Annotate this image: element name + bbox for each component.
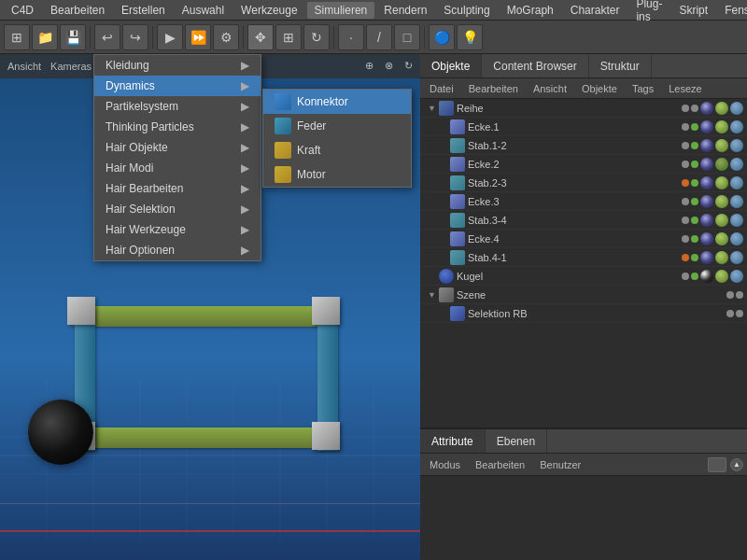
tool-render[interactable]: ▶ [157, 24, 183, 50]
sec-leseze[interactable]: Leseze [663, 81, 707, 96]
tool-polygons[interactable]: □ [394, 24, 420, 50]
menu-hair-selektion[interactable]: Hair Selektion ▶ [94, 199, 261, 219]
menu-c4d[interactable]: C4D [4, 2, 41, 19]
obj-stab41[interactable]: Stab.4-1 [420, 248, 747, 267]
menu-hair-modi[interactable]: Hair Modi ▶ [94, 158, 261, 178]
dot2[interactable] [691, 105, 698, 112]
obj-reihe[interactable]: ▼ Reihe [420, 99, 747, 118]
sec-datei[interactable]: Datei [424, 81, 459, 96]
tool-redo[interactable]: ↪ [122, 24, 148, 50]
obj-szene[interactable]: ▼ Szene [420, 286, 747, 304]
attr-benutzer[interactable]: Benutzer [534, 457, 586, 472]
dot-orange[interactable] [682, 254, 689, 261]
dot-orange[interactable] [682, 179, 689, 187]
viewport[interactable]: Ansicht Kameras Anzeige Optionen Filter … [0, 54, 420, 560]
sec-objekte[interactable]: Objekte [576, 81, 623, 96]
vp-icon-zoom[interactable]: ⊗ [381, 58, 397, 74]
sub-feder[interactable]: Feder [263, 114, 411, 138]
menu-plugins[interactable]: Plug-ins [628, 0, 669, 25]
obj-stab23[interactable]: Stab.2-3 [420, 174, 747, 192]
obj-stab12[interactable]: Stab.1-2 [420, 136, 747, 155]
menu-kleidung[interactable]: Kleidung ▶ [94, 55, 261, 76]
dot1[interactable] [682, 161, 689, 168]
dot1[interactable] [682, 105, 689, 112]
attr-tab-attribute[interactable]: Attribute [420, 429, 486, 453]
tool-render-all[interactable]: ⏩ [185, 24, 211, 50]
vp-icon-rotate[interactable]: ↻ [401, 58, 416, 74]
dot-green[interactable] [691, 217, 698, 224]
menu-hair-bearbeiten[interactable]: Hair Bearbeiten ▶ [94, 178, 261, 199]
menu-hair-werkzeuge[interactable]: Hair Werkzeuge ▶ [94, 219, 261, 240]
sec-tags[interactable]: Tags [627, 81, 659, 96]
dot1[interactable] [682, 273, 689, 280]
tab-content-browser[interactable]: Content Browser [482, 54, 588, 77]
dot-green[interactable] [691, 161, 698, 168]
menu-skript[interactable]: Skript [671, 2, 715, 19]
attr-modus[interactable]: Modus [424, 457, 466, 472]
obj-ecke4[interactable]: Ecke.4 [420, 230, 747, 248]
dot1[interactable] [682, 142, 689, 149]
obj-selektion-rb[interactable]: Selektion RB [420, 304, 747, 323]
dot2[interactable] [736, 291, 743, 299]
dot-green[interactable] [691, 142, 698, 149]
sub-konnektor[interactable]: Konnektor [263, 90, 411, 114]
tool-undo[interactable]: ↩ [94, 24, 120, 50]
menu-erstellen[interactable]: Erstellen [114, 2, 173, 19]
dot1[interactable] [726, 291, 734, 299]
menu-rendern[interactable]: Rendern [376, 2, 434, 19]
dot1[interactable] [682, 198, 689, 205]
menu-partikelsystem[interactable]: Partikelsystem ▶ [94, 96, 261, 117]
menu-thinking-particles[interactable]: Thinking Particles ▶ [94, 117, 261, 137]
tool-light[interactable]: 💡 [457, 24, 483, 50]
obj-ecke2[interactable]: Ecke.2 [420, 155, 747, 174]
menu-bearbeiten[interactable]: Bearbeiten [43, 2, 112, 19]
menu-hair-optionen[interactable]: Hair Optionen ▶ [94, 240, 261, 260]
expand-reihe[interactable]: ▼ [428, 104, 439, 113]
menu-sculpting[interactable]: Sculpting [436, 2, 497, 19]
tab-objekte[interactable]: Objekte [420, 54, 482, 77]
tool-save[interactable]: 💾 [60, 24, 86, 50]
tool-scale[interactable]: ⊞ [275, 24, 302, 50]
tool-render-settings[interactable]: ⚙ [213, 24, 239, 50]
attr-btn-up[interactable]: ▲ [730, 458, 743, 471]
menu-simulieren[interactable]: Simulieren [307, 2, 375, 19]
menu-mograph[interactable]: MoGraph [500, 2, 561, 19]
sub-kraft[interactable]: Kraft [263, 138, 411, 162]
vp-icon-move[interactable]: ⊕ [361, 58, 377, 74]
expand-szene[interactable]: ▼ [428, 290, 439, 300]
tool-edges[interactable]: / [366, 24, 392, 50]
tool-open[interactable]: 📁 [32, 24, 58, 50]
obj-ecke1[interactable]: Ecke.1 [420, 118, 747, 136]
dot1[interactable] [682, 235, 689, 243]
dot-green[interactable] [691, 123, 698, 131]
tool-magnet[interactable]: 🔵 [429, 24, 455, 50]
menu-hair-objekte[interactable]: Hair Objekte ▶ [94, 137, 261, 158]
tool-new[interactable]: ⊞ [4, 24, 30, 50]
menu-fenster[interactable]: Fenster [717, 2, 747, 19]
dot-green[interactable] [691, 198, 698, 205]
dot-green[interactable] [691, 179, 698, 187]
vp-ansicht[interactable]: Ansicht [4, 59, 45, 74]
dot1[interactable] [726, 310, 734, 317]
vp-kameras[interactable]: Kameras [47, 59, 95, 74]
menu-dynamics[interactable]: Dynamics ▶ [94, 76, 261, 96]
menu-charakter[interactable]: Charakter [563, 2, 627, 19]
tool-move[interactable]: ✥ [247, 24, 274, 50]
sec-bearbeiten[interactable]: Bearbeiten [463, 81, 524, 96]
attr-tab-ebenen[interactable]: Ebenen [486, 429, 547, 453]
sub-motor[interactable]: Motor [263, 162, 411, 187]
obj-stab34[interactable]: Stab.3-4 [420, 211, 747, 230]
dot-green[interactable] [691, 273, 698, 280]
tool-rotate[interactable]: ↻ [303, 24, 330, 50]
tool-points[interactable]: · [338, 24, 364, 50]
sec-ansicht[interactable]: Ansicht [528, 81, 572, 96]
dot1[interactable] [682, 217, 689, 224]
attr-btn-1[interactable] [708, 457, 726, 472]
attr-bearbeiten[interactable]: Bearbeiten [470, 457, 530, 472]
tab-struktur[interactable]: Struktur [589, 54, 652, 77]
dot-green[interactable] [691, 235, 698, 243]
obj-kugel[interactable]: Kugel [420, 267, 747, 286]
dot2[interactable] [736, 310, 743, 317]
dot1[interactable] [682, 123, 689, 131]
dot-green[interactable] [691, 254, 698, 261]
